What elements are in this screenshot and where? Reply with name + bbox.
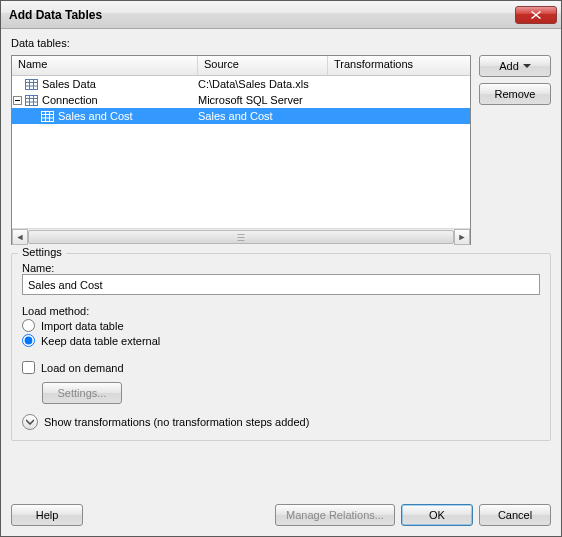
svg-rect-7 — [26, 95, 38, 105]
scroll-left-arrow[interactable]: ◄ — [12, 229, 28, 245]
load-on-demand-checkbox[interactable] — [22, 361, 35, 374]
svg-rect-12 — [42, 111, 54, 121]
column-header-transformations[interactable]: Transformations — [328, 56, 470, 75]
close-icon — [531, 11, 541, 19]
load-method-label: Load method: — [22, 305, 540, 317]
scroll-track[interactable] — [28, 229, 454, 245]
svg-rect-0 — [26, 79, 38, 89]
close-button[interactable] — [515, 6, 557, 24]
column-header-name[interactable]: Name — [12, 56, 198, 75]
remove-button[interactable]: Remove — [479, 83, 551, 105]
data-tables-label: Data tables: — [11, 37, 551, 49]
row-source: Microsoft SQL Server — [198, 94, 328, 106]
horizontal-scrollbar[interactable]: ◄ ► — [12, 228, 470, 244]
column-header-source[interactable]: Source — [198, 56, 328, 75]
dialog-content: Data tables: Name Source Transformations… — [1, 29, 561, 536]
radio-import-label: Import data table — [41, 320, 124, 332]
radio-keep-external-label: Keep data table external — [41, 335, 160, 347]
table-row[interactable]: Sales DataC:\Data\Sales Data.xls — [12, 76, 470, 92]
row-name: Connection — [42, 94, 98, 106]
table-icon — [25, 79, 39, 90]
tree-expander[interactable] — [12, 95, 23, 106]
cancel-button-label: Cancel — [498, 509, 532, 521]
add-button[interactable]: Add — [479, 55, 551, 77]
help-button-label: Help — [36, 509, 59, 521]
remove-button-label: Remove — [495, 88, 536, 100]
chevron-down-icon — [22, 414, 38, 430]
row-name: Sales and Cost — [58, 110, 133, 122]
data-tables-tree[interactable]: Name Source Transformations Sales DataC:… — [11, 55, 471, 245]
radio-keep-external[interactable]: Keep data table external — [22, 334, 540, 347]
row-source: C:\Data\Sales Data.xls — [198, 78, 328, 90]
load-on-demand-label: Load on demand — [41, 362, 124, 374]
row-name: Sales Data — [42, 78, 96, 90]
help-button[interactable]: Help — [11, 504, 83, 526]
radio-import-input[interactable] — [22, 319, 35, 332]
tree-header: Name Source Transformations — [12, 56, 470, 76]
titlebar: Add Data Tables — [1, 1, 561, 29]
radio-import[interactable]: Import data table — [22, 319, 540, 332]
name-input[interactable] — [22, 274, 540, 295]
scroll-thumb[interactable] — [28, 230, 454, 244]
top-row: Name Source Transformations Sales DataC:… — [11, 55, 551, 245]
side-buttons: Add Remove — [479, 55, 551, 105]
dialog-window: Add Data Tables Data tables: Name Source… — [0, 0, 562, 537]
load-on-demand-row[interactable]: Load on demand — [22, 361, 540, 374]
name-label: Name: — [22, 262, 540, 274]
tree-expander — [12, 79, 23, 90]
table-row[interactable]: Sales and CostSales and Cost — [12, 108, 470, 124]
bottom-bar: Help Manage Relations... OK Cancel — [11, 494, 551, 526]
lod-settings-label: Settings... — [58, 387, 107, 399]
manage-relations-button: Manage Relations... — [275, 504, 395, 526]
add-button-label: Add — [499, 60, 519, 72]
row-source: Sales and Cost — [198, 110, 328, 122]
settings-legend: Settings — [18, 246, 66, 258]
tree-expander — [12, 111, 23, 122]
ok-button-label: OK — [429, 509, 445, 521]
scroll-right-arrow[interactable]: ► — [454, 229, 470, 245]
table-icon — [41, 111, 55, 122]
tree-body: Sales DataC:\Data\Sales Data.xlsConnecti… — [12, 76, 470, 228]
table-icon — [25, 95, 39, 106]
show-transformations-toggle[interactable]: Show transformations (no transformation … — [22, 414, 540, 430]
lod-settings-button: Settings... — [42, 382, 122, 404]
dropdown-caret-icon — [523, 64, 531, 68]
manage-relations-label: Manage Relations... — [286, 509, 384, 521]
show-transformations-label: Show transformations (no transformation … — [44, 416, 309, 428]
settings-group: Settings Name: Load method: Import data … — [11, 253, 551, 441]
radio-keep-external-input[interactable] — [22, 334, 35, 347]
ok-button[interactable]: OK — [401, 504, 473, 526]
cancel-button[interactable]: Cancel — [479, 504, 551, 526]
window-title: Add Data Tables — [9, 8, 515, 22]
table-row[interactable]: ConnectionMicrosoft SQL Server — [12, 92, 470, 108]
